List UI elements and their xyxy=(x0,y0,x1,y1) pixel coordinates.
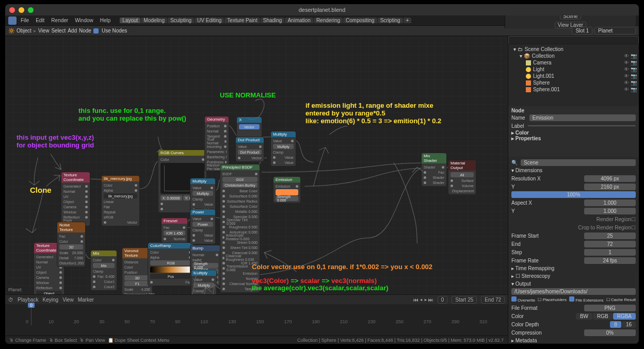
node-label-field[interactable] xyxy=(528,125,636,126)
node-noise-texture[interactable]: Noise Texture Fac Color 3D Scale20.000 D… xyxy=(57,222,86,267)
output-path-field[interactable]: /Users/james/home/Downloads/ xyxy=(511,288,636,295)
color-mode-toggle[interactable]: BW RGB RGBA xyxy=(576,313,636,320)
hdr-node[interactable]: Node xyxy=(79,28,91,34)
tl-end[interactable]: End 72 xyxy=(481,296,505,304)
hdr-select[interactable]: Select xyxy=(51,28,66,34)
node-geometry[interactable]: Geometry Position Normal Tangent True No… xyxy=(204,116,229,171)
tab-comp[interactable]: Compositing xyxy=(343,18,377,23)
anno-normalise: USE NORMALISE xyxy=(220,92,276,99)
node-math-multiply-3[interactable]: Multiply Value Multiply Clamp Value Valu… xyxy=(270,131,296,167)
slot-dropdown[interactable]: Slot 1 xyxy=(572,27,592,35)
tl-view[interactable]: View xyxy=(62,297,74,303)
node-separate-xyz[interactable]: X Vector xyxy=(236,117,262,139)
node-emission[interactable]: Emission Emission Strength 0.000 xyxy=(273,176,301,203)
use-nodes-checkbox[interactable] xyxy=(93,28,99,34)
node-header: Multiply xyxy=(191,270,216,276)
menu-render[interactable]: Render xyxy=(49,18,71,23)
tab-layout[interactable]: Layout xyxy=(120,18,140,23)
hdr-usenodes: Use Nodes xyxy=(102,28,127,34)
tab-script[interactable]: Scripting xyxy=(378,18,403,23)
color-depth-toggle[interactable]: 8 16 xyxy=(610,321,636,328)
anno-colorvec: Color vector use on 0,1 range. if 1*0.00… xyxy=(252,263,432,271)
anno-vec3color: vec3(Color) => scalar => vec3(normals) xyxy=(252,277,377,285)
node-math-multiply-2[interactable]: Multiply Value Multiply Clamp Value xyxy=(191,270,217,294)
material-dropdown[interactable]: Planet xyxy=(594,27,636,35)
blender-icon[interactable] xyxy=(8,16,17,25)
top-menubar: File Edit Render Window Help Layout Mode… xyxy=(5,15,639,26)
anno-vec3grid: this input get vec3(x,y,z) for object bo… xyxy=(17,134,94,149)
hdr-object[interactable]: Object xyxy=(17,28,31,34)
menu-file[interactable]: File xyxy=(18,18,31,23)
tab-anim[interactable]: Animation xyxy=(285,18,313,23)
outliner[interactable]: ▾ 🗀Scene Collection ▾ 📦Collection👁 📷 Cam… xyxy=(508,44,639,106)
anno-pow: this func. use for 0,1 range. and you ca… xyxy=(78,107,186,123)
tl-frame[interactable]: 0 xyxy=(438,296,448,304)
res-pct-slider[interactable]: 100% xyxy=(511,191,636,198)
node-header: Texture Coordinate xyxy=(61,172,90,182)
mesh-icon xyxy=(526,87,531,92)
node-header: Noise Texture xyxy=(57,222,85,232)
status-bar: 🖱 Change Frame 🖱 Box Select 🖱 Pan View 📋… xyxy=(5,336,508,344)
light-icon xyxy=(526,74,531,79)
tab-shading[interactable]: Shading xyxy=(261,18,285,23)
node-mix-rgb[interactable]: Mix Color Mix Clamp Fac: 0.400 Color1 Co… xyxy=(90,250,117,291)
tl-playback[interactable]: Playback xyxy=(18,297,39,303)
node-header: Geometry xyxy=(205,117,229,122)
node-image-texture[interactable]: 8k_mercury.jpg Color Alpha 8k_mercury.jp… xyxy=(101,175,140,226)
tab-tex[interactable]: Texture Paint xyxy=(224,18,260,23)
mesh-icon xyxy=(526,80,531,86)
node-vector-math-dot[interactable]: Dot Product Value Dot Product Vector xyxy=(235,137,264,162)
node-mix-shader[interactable]: Mix Shader Shader Fac Shader Shader xyxy=(421,153,447,187)
window-title: desertplanet.blend xyxy=(5,7,639,13)
window-titlebar: desertplanet.blend xyxy=(5,4,639,15)
tab-sculpting[interactable]: Sculpting xyxy=(168,18,194,23)
tab-add[interactable]: + xyxy=(404,18,412,23)
timeline-ruler: 010 2030 5070 90110 130150 170190 210230… xyxy=(5,319,508,327)
menu-window[interactable]: Window xyxy=(72,18,96,23)
hdr-view[interactable]: View xyxy=(38,28,50,34)
tl-start[interactable]: Start 25 xyxy=(452,296,477,304)
properties-panel[interactable]: 🔍 Scene ▾ Dimensions Resolution X4096 px… xyxy=(508,157,639,344)
anno-clone: Clone xyxy=(30,186,52,194)
outliner-search[interactable] xyxy=(508,36,639,44)
tab-uv[interactable]: UV Editing xyxy=(195,18,224,23)
menu-help[interactable]: Help xyxy=(98,18,114,23)
workspace-tabs: Layout Modeling Sculpting UV Editing Tex… xyxy=(120,18,412,23)
node-header: Mix xyxy=(91,251,117,256)
node-material-output[interactable]: Material Output All Surface Volume Displ… xyxy=(448,160,476,195)
res-y-field[interactable]: 2160 px xyxy=(584,184,636,190)
node-editor[interactable]: Texture Coordinate Generated Normal UV O… xyxy=(5,36,508,294)
node-header: RGB Curves xyxy=(158,150,206,156)
hdr-add[interactable]: Add xyxy=(68,28,77,34)
menu-edit[interactable]: Edit xyxy=(33,18,47,23)
timeline-panel: ⏱ Playback Keying View Marker ⏮ ◀ ▶ ⏭ 0 … xyxy=(5,294,508,336)
node-header: Power xyxy=(190,209,215,215)
node-header: Bump xyxy=(190,245,220,251)
file-format-dropdown[interactable]: PNG xyxy=(584,305,636,311)
node-fresnel[interactable]: Fresnel Fac IOR 1.450 Normal xyxy=(161,218,188,243)
node-principled-bsdf[interactable]: Principled BSDF BSDF GGX Christensen-Bur… xyxy=(220,164,260,293)
breadcrumb-material: Planet xyxy=(8,287,22,292)
node-math-power[interactable]: Power Value Power Clamp Value Value xyxy=(190,209,216,244)
camera-icon xyxy=(526,60,531,65)
node-name-field[interactable]: Emission xyxy=(529,114,636,121)
tab-rend[interactable]: Rendering xyxy=(314,18,343,23)
res-x-field[interactable]: 4096 px xyxy=(584,175,636,182)
node-header: ColorRamp xyxy=(148,243,194,248)
node-header: 8k_mercury.jpg xyxy=(102,176,139,181)
n-panel-node: Node NameEmission Label ▸ Color ▸ Proper… xyxy=(508,106,639,157)
node-color-ramp[interactable]: ColorRamp Color Alpha RGB Pos Fac xyxy=(148,242,194,286)
tab-modeling[interactable]: Modeling xyxy=(141,18,167,23)
status-stats: Collection | Sphere | Verts:8,426 | Face… xyxy=(297,338,504,343)
light-icon xyxy=(526,67,531,72)
node-header: Multiply xyxy=(190,178,215,184)
tl-marker[interactable]: Marker xyxy=(78,297,94,303)
anno-average: the average(colr).vec3(scalar,scalar,sca… xyxy=(252,285,389,292)
tl-keying[interactable]: Keying xyxy=(43,297,59,303)
anno-emission: if emission light 1, range of shader mix… xyxy=(305,102,441,125)
node-header: Fresnel xyxy=(162,218,187,224)
node-texture-coordinate[interactable]: Texture Coordinate Generated Normal UV O… xyxy=(61,172,90,226)
node-math-multiply-1[interactable]: Multiply Value Multiply Clamp Value Valu… xyxy=(190,178,216,213)
